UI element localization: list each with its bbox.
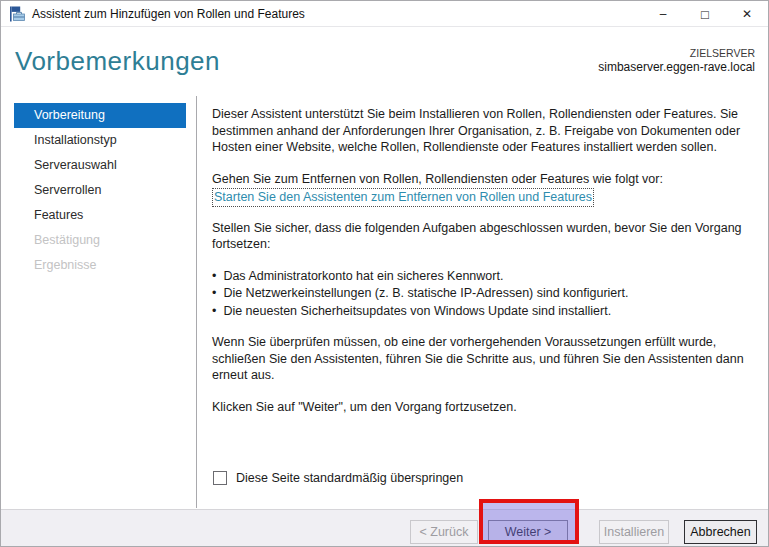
nav-item-serverrollen[interactable]: Serverrollen <box>14 178 186 203</box>
wizard-step-nav: Vorbereitung Installationstyp Serverausw… <box>14 103 186 278</box>
maximize-icon[interactable]: □ <box>684 1 726 27</box>
title-bar: Assistent zum Hinzufügen von Rollen und … <box>1 1 768 27</box>
install-button[interactable]: Installieren <box>599 520 669 544</box>
skip-page-label: Diese Seite standardmäßig überspringen <box>236 471 463 485</box>
skip-page-row: Diese Seite standardmäßig überspringen <box>213 471 463 485</box>
server-manager-icon <box>9 6 25 22</box>
nav-item-features[interactable]: Features <box>14 203 186 228</box>
remove-roles-wizard-link[interactable]: Starten Sie den Assistenten zum Entferne… <box>212 188 594 207</box>
back-button[interactable]: < Zurück <box>410 520 478 544</box>
target-server-name: simbaserver.eggen-rave.local <box>598 60 755 74</box>
nav-content-divider <box>196 96 197 508</box>
target-server-block: ZIELSERVER simbaserver.eggen-rave.local <box>598 46 755 74</box>
nav-item-vorbereitung[interactable]: Vorbereitung <box>14 103 186 128</box>
remove-instruction-paragraph: Gehen Sie zum Entfernen von Rollen, Roll… <box>212 171 758 188</box>
wizard-window: Assistent zum Hinzufügen von Rollen und … <box>0 0 769 547</box>
minimize-icon[interactable]: – <box>642 1 684 27</box>
verify-paragraph: Wenn Sie überprüfen müssen, ob eine der … <box>212 334 758 384</box>
page-content: Dieser Assistent unterstützt Sie beim In… <box>212 106 758 430</box>
cancel-button[interactable]: Abbrechen <box>684 520 757 544</box>
window-title: Assistent zum Hinzufügen von Rollen und … <box>32 7 305 21</box>
prerequisite-item: Die neuesten Sicherheitsupdates von Wind… <box>212 303 758 320</box>
skip-page-checkbox[interactable] <box>213 471 227 485</box>
tasks-paragraph: Stellen Sie sicher, dass die folgenden A… <box>212 220 758 253</box>
nav-item-ergebnisse: Ergebnisse <box>14 253 186 278</box>
continue-paragraph: Klicken Sie auf "Weiter", um den Vorgang… <box>212 399 758 416</box>
prerequisite-item: Das Administratorkonto hat ein sicheres … <box>212 268 758 285</box>
close-icon[interactable]: ✕ <box>726 1 768 27</box>
prerequisite-item: Die Netzwerkeinstellungen (z. B. statisc… <box>212 285 758 302</box>
intro-paragraph: Dieser Assistent unterstützt Sie beim In… <box>212 106 758 156</box>
next-button[interactable]: Weiter > <box>488 520 568 544</box>
nav-item-installationstyp[interactable]: Installationstyp <box>14 128 186 153</box>
nav-item-bestaetigung: Bestätigung <box>14 228 186 253</box>
page-title: Vorbemerkungen <box>15 46 220 77</box>
nav-item-serverauswahl[interactable]: Serverauswahl <box>14 153 186 178</box>
prerequisite-list: Das Administratorkonto hat ein sicheres … <box>212 268 758 320</box>
target-server-label: ZIELSERVER <box>598 46 755 60</box>
